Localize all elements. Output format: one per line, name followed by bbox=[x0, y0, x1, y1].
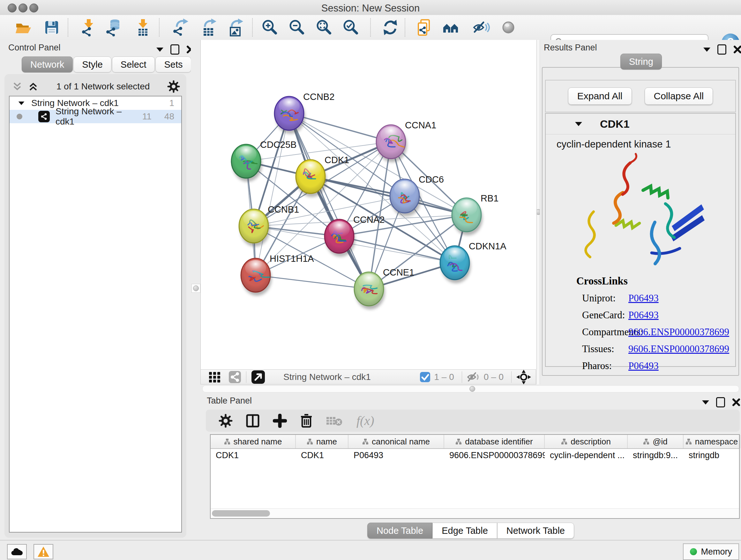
open-in-window-icon[interactable] bbox=[251, 370, 266, 384]
export-image-icon bbox=[226, 18, 245, 37]
apply-layout-button[interactable] bbox=[381, 18, 399, 37]
cell-name[interactable]: CDK1 bbox=[296, 449, 348, 462]
node-rb1[interactable]: RB1 bbox=[452, 193, 498, 235]
close-panel-icon[interactable] bbox=[733, 45, 741, 54]
crosslink-value-link[interactable]: P06493 bbox=[628, 309, 659, 321]
tab-node-table[interactable]: Node Table bbox=[367, 523, 432, 539]
cloud-status-button[interactable] bbox=[7, 544, 27, 559]
import-network-button[interactable] bbox=[80, 18, 98, 37]
tree-expand-caret-icon[interactable] bbox=[18, 101, 24, 105]
cell-description[interactable]: cyclin-dependent ... bbox=[545, 449, 628, 462]
scrollbar-thumb[interactable] bbox=[212, 510, 270, 516]
close-panel-icon[interactable] bbox=[732, 398, 740, 407]
zoom-fit-button[interactable] bbox=[315, 18, 333, 37]
column-header-name[interactable]: name bbox=[296, 435, 348, 448]
tab-edge-table[interactable]: Edge Table bbox=[432, 523, 497, 539]
import-network-from-database-button[interactable] bbox=[105, 18, 123, 37]
import-table-button[interactable] bbox=[134, 18, 152, 37]
crosslink-row-uniprot: Uniprot:P06493 bbox=[582, 293, 735, 304]
network-row-selected[interactable]: String Network – cdk1 11 48 bbox=[10, 110, 181, 123]
column-header-canonical-name[interactable]: canonical name bbox=[348, 435, 444, 448]
node-label-ccna2: CCNA2 bbox=[353, 214, 385, 225]
save-session-button[interactable] bbox=[43, 18, 61, 37]
float-panel-icon[interactable] bbox=[171, 44, 179, 55]
cell-shared-name[interactable]: CDK1 bbox=[211, 449, 296, 462]
zoom-in-button[interactable] bbox=[261, 18, 279, 37]
zoom-out-button[interactable] bbox=[288, 18, 306, 37]
create-column-button[interactable] bbox=[273, 414, 287, 428]
grid-view-icon[interactable] bbox=[208, 371, 221, 383]
tab-style[interactable]: Style bbox=[73, 57, 111, 72]
horizontal-scrollbar[interactable] bbox=[211, 508, 739, 518]
tab-network[interactable]: Network bbox=[22, 57, 73, 72]
panel-menu-caret-icon[interactable] bbox=[156, 48, 163, 52]
hide-selected-button[interactable] bbox=[472, 18, 490, 37]
node-cdc6[interactable]: CDC6 bbox=[390, 174, 444, 216]
delete-column-button[interactable] bbox=[300, 414, 313, 428]
crosslink-label: GeneCard: bbox=[582, 309, 628, 321]
export-network-button[interactable] bbox=[172, 18, 190, 37]
gene-header-row[interactable]: CDK1 bbox=[546, 114, 735, 134]
node-hist1h1a[interactable]: HIST1H1A bbox=[241, 253, 314, 296]
column-header-description[interactable]: description bbox=[545, 435, 628, 448]
panel-menu-caret-icon[interactable] bbox=[702, 400, 709, 405]
tab-network-table[interactable]: Network Table bbox=[497, 523, 574, 539]
tab-select[interactable]: Select bbox=[112, 57, 155, 72]
crosslink-value-link[interactable]: 9606.ENSP00000378699 bbox=[628, 326, 729, 338]
export-image-button[interactable] bbox=[226, 18, 245, 37]
node-ccnb1[interactable]: CCNB1 bbox=[239, 204, 299, 246]
column-header-database-identifier[interactable]: database identifier bbox=[444, 435, 545, 448]
show-hidden-button[interactable] bbox=[499, 18, 517, 37]
trash-icon bbox=[300, 414, 313, 428]
splitter-handle-icon[interactable] bbox=[193, 286, 199, 291]
node-cdkn1a[interactable]: CDKN1A bbox=[440, 241, 507, 283]
bottom-splitter[interactable] bbox=[200, 384, 741, 393]
cell-canonical-name[interactable]: P06493 bbox=[348, 449, 444, 462]
gear-icon[interactable] bbox=[167, 80, 180, 93]
warnings-button[interactable] bbox=[33, 544, 53, 559]
panel-menu-caret-icon[interactable] bbox=[703, 48, 711, 52]
column-header-label: namespace bbox=[695, 437, 738, 447]
edge-CCNB2-HIST1H1A[interactable] bbox=[256, 113, 289, 275]
float-panel-icon[interactable] bbox=[718, 44, 726, 55]
expand-all-icon[interactable] bbox=[27, 81, 39, 92]
cell-database-identifier[interactable]: 9606.ENSP00000378699 bbox=[444, 449, 545, 462]
crosslink-value-link[interactable]: 9606.ENSP00000378699 bbox=[628, 343, 729, 355]
column-header-shared-name[interactable]: shared name bbox=[211, 435, 296, 448]
export-table-button[interactable] bbox=[200, 18, 218, 37]
network-canvas[interactable]: CCNB2CCNA1CDC25BCDK1CDC6RB1CCNB1CCNA2CDK… bbox=[200, 40, 537, 369]
function-builder-button[interactable]: f(x) bbox=[356, 413, 374, 428]
edge-HIST1H1A-CCNE1[interactable] bbox=[256, 275, 369, 289]
splitter-handle-icon[interactable] bbox=[469, 386, 475, 392]
gene-symbol: CDK1 bbox=[600, 118, 630, 130]
column-header-id[interactable]: @id bbox=[628, 435, 684, 448]
tab-sets[interactable]: Sets bbox=[155, 57, 191, 72]
open-session-button[interactable] bbox=[14, 18, 32, 37]
table-row[interactable]: CDK1CDK1P064939606.ENSP00000378699cyclin… bbox=[211, 449, 739, 462]
expand-all-button[interactable]: Expand All bbox=[568, 87, 632, 105]
column-header-namespace[interactable]: namespace bbox=[684, 435, 740, 448]
crosslink-value-link[interactable]: P06493 bbox=[628, 360, 659, 372]
collapse-all-icon[interactable] bbox=[11, 81, 23, 92]
zoom-selected-button[interactable] bbox=[342, 18, 360, 37]
table-settings-button[interactable] bbox=[219, 414, 232, 428]
memory-button[interactable]: Memory bbox=[683, 543, 739, 560]
node-ccne1[interactable]: CCNE1 bbox=[354, 267, 414, 309]
cell-namespace[interactable]: stringdb bbox=[684, 449, 740, 462]
results-tab-string[interactable]: String bbox=[620, 54, 662, 70]
clone-network-button[interactable] bbox=[416, 18, 434, 37]
birds-eye-crosshair-icon[interactable] bbox=[516, 369, 531, 385]
collapse-all-button[interactable]: Collapse All bbox=[645, 87, 713, 105]
show-columns-button[interactable] bbox=[246, 414, 260, 428]
node-ccna2[interactable]: CCNA2 bbox=[325, 214, 385, 257]
crosslink-value-link[interactable]: P06493 bbox=[628, 293, 659, 304]
first-neighbors-button[interactable] bbox=[442, 18, 460, 37]
left-splitter[interactable] bbox=[191, 40, 200, 540]
current-network-dot-icon bbox=[17, 114, 22, 119]
hidden-eye-slash-icon[interactable] bbox=[467, 371, 481, 383]
selected-checkbox-icon[interactable] bbox=[419, 371, 431, 383]
cell-id[interactable]: stringdb:9... bbox=[628, 449, 684, 462]
network-overview-icon[interactable] bbox=[228, 370, 242, 384]
collapse-section-caret-icon[interactable] bbox=[575, 122, 582, 126]
float-panel-icon[interactable] bbox=[716, 397, 725, 408]
